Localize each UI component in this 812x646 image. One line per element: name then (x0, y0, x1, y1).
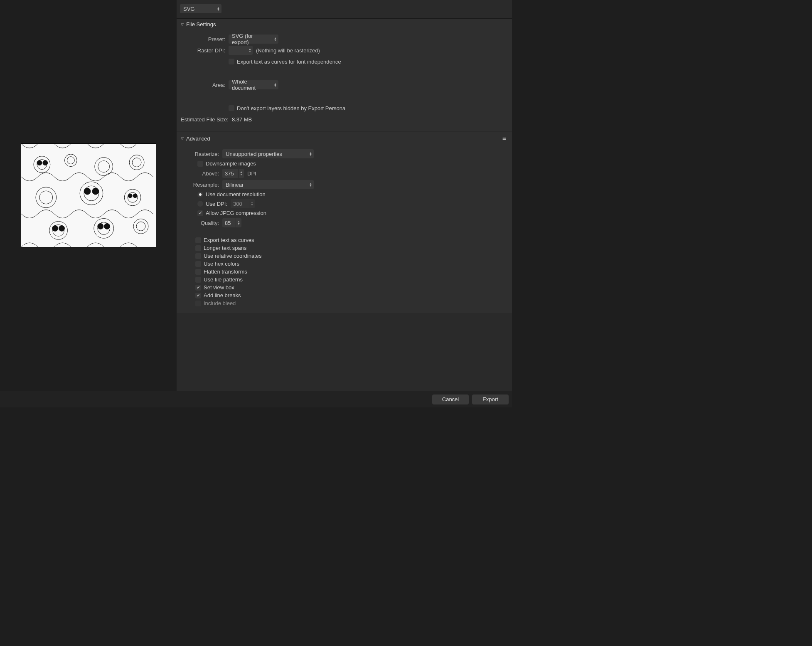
allow-jpeg-checkbox[interactable] (197, 210, 203, 216)
stepper-icon: ▲▼ (217, 7, 220, 11)
stepper-icon: ▲▼ (274, 37, 277, 41)
use-relative-coords-label: Use relative coordinates (204, 253, 261, 259)
dialog-footer: Cancel Export (0, 391, 512, 407)
flatten-transforms-label: Flatten transforms (204, 269, 247, 275)
use-doc-resolution-label: Use document resolution (206, 191, 266, 197)
format-select[interactable]: SVG ▲▼ (180, 4, 221, 13)
dont-export-hidden-label: Don't export layers hidden by Export Per… (237, 105, 345, 111)
preview-pane (0, 0, 177, 391)
stepper-icon: ▲▼ (309, 152, 312, 156)
downsample-label: Downsample images (206, 160, 256, 167)
svg-point-21 (37, 160, 42, 165)
svg-point-29 (128, 194, 132, 198)
quality-label: Quality: (181, 220, 222, 226)
cancel-button[interactable]: Cancel (432, 395, 469, 404)
svg-point-25 (52, 225, 58, 231)
raster-dpi-input[interactable] (229, 46, 247, 55)
downsample-checkbox[interactable] (197, 161, 203, 167)
advanced-title: Advanced (186, 136, 210, 142)
file-settings-title: File Settings (186, 21, 216, 27)
svg-point-23 (84, 188, 91, 195)
use-dpi-label: Use DPI: (206, 201, 227, 207)
stepper-icon: ▲▼ (274, 83, 277, 87)
area-select[interactable]: Whole document ▲▼ (229, 80, 278, 89)
preset-select[interactable]: SVG (for export) ▲▼ (229, 35, 278, 44)
set-view-box-checkbox[interactable] (195, 285, 201, 291)
allow-jpeg-label: Allow JPEG compression (206, 210, 266, 216)
chevron-down-icon: ▽ (181, 136, 184, 141)
quality-input[interactable]: 85 (222, 218, 236, 227)
svg-point-22 (42, 160, 47, 165)
above-input[interactable]: 375 (222, 169, 238, 178)
use-hex-colors-checkbox[interactable] (195, 261, 201, 267)
export-text-curves-checkbox[interactable] (229, 59, 234, 64)
advanced-section: ▽ Advanced ≡ Rasterize: Unsupported prop… (177, 132, 512, 313)
include-bleed-label: Include bleed (204, 300, 236, 306)
rasterize-select[interactable]: Unsupported properties ▲▼ (222, 149, 314, 158)
export-text-curves2-checkbox[interactable] (195, 237, 201, 243)
svg-point-28 (104, 223, 110, 229)
dpi-suffix: DPI (247, 170, 256, 177)
preset-label: Preset: (181, 36, 229, 42)
use-tile-patterns-label: Use tile patterns (204, 276, 243, 283)
export-button[interactable]: Export (472, 395, 509, 404)
estimated-size-label: Estimated File Size: (181, 116, 232, 123)
longer-text-spans-label: Longer text spans (204, 245, 246, 251)
stepper-icon: ▲▼ (309, 182, 312, 187)
use-dpi-stepper[interactable]: ▲▼ (249, 199, 255, 208)
use-tile-patterns-checkbox[interactable] (195, 277, 201, 283)
rasterize-label: Rasterize: (181, 151, 222, 157)
add-line-breaks-checkbox[interactable] (195, 293, 201, 298)
file-settings-section: ▽ File Settings Preset: SVG (for export)… (177, 18, 512, 131)
raster-dpi-stepper[interactable]: ▲▼ (247, 46, 253, 55)
use-dpi-radio[interactable] (197, 201, 203, 207)
export-text-curves2-label: Export text as curves (204, 237, 254, 243)
resample-label: Resample: (181, 182, 222, 188)
area-label: Area: (181, 82, 229, 88)
use-hex-colors-label: Use hex colors (204, 261, 239, 267)
add-line-breaks-label: Add line breaks (204, 292, 241, 298)
set-view-box-label: Set view box (204, 284, 234, 291)
export-options-pane: SVG ▲▼ ▽ File Settings Preset: SVG (for … (177, 0, 512, 391)
use-relative-coords-checkbox[interactable] (195, 253, 201, 259)
estimated-size-value: 8.37 MB (232, 116, 252, 123)
menu-icon[interactable]: ≡ (501, 135, 508, 142)
advanced-header[interactable]: ▽ Advanced ≡ (177, 132, 512, 145)
svg-point-24 (92, 188, 98, 195)
dont-export-hidden-checkbox[interactable] (229, 105, 234, 111)
file-settings-header[interactable]: ▽ File Settings (177, 19, 512, 30)
resample-select[interactable]: Bilinear ▲▼ (222, 180, 314, 189)
include-bleed-checkbox (195, 301, 201, 306)
quality-stepper[interactable]: ▲▼ (236, 218, 241, 227)
raster-hint: (Nothing will be rasterized) (256, 47, 320, 54)
chevron-down-icon: ▽ (181, 22, 184, 27)
flatten-transforms-checkbox[interactable] (195, 269, 201, 275)
use-dpi-input[interactable]: 300 (231, 199, 249, 208)
svg-point-27 (97, 223, 103, 229)
format-value: SVG (183, 6, 194, 12)
export-preview (21, 143, 156, 247)
use-doc-resolution-radio[interactable] (197, 192, 203, 197)
above-stepper[interactable]: ▲▼ (238, 169, 244, 178)
svg-point-30 (133, 194, 137, 198)
export-text-curves-label: Export text as curves for font independe… (237, 59, 341, 65)
raster-dpi-label: Raster DPI: (181, 47, 229, 54)
above-label: Above: (181, 170, 222, 177)
longer-text-spans-checkbox[interactable] (195, 245, 201, 251)
svg-point-26 (59, 225, 64, 231)
